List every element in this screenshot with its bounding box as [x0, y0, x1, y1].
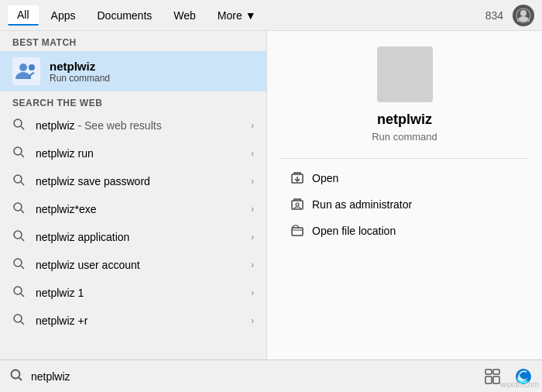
- svg-line-16: [21, 266, 24, 269]
- action-open-file-location[interactable]: Open file location: [283, 218, 527, 244]
- search-icon-1: [12, 146, 28, 161]
- action-open-label: Open: [312, 172, 338, 184]
- search-icon-3: [12, 201, 28, 217]
- app-actions: Open Run as administrator: [267, 165, 542, 244]
- nav-item-apps[interactable]: Apps: [42, 6, 85, 25]
- svg-line-10: [21, 182, 24, 185]
- nav-item-web[interactable]: Web: [164, 6, 205, 25]
- web-items-list: netplwiz - See web results › netplwiz ru…: [0, 112, 266, 359]
- top-nav-bar: All Apps Documents Web More ▼ 834: [0, 0, 542, 31]
- search-icon-2: [12, 174, 28, 189]
- user-avatar[interactable]: [513, 5, 534, 26]
- search-icon-5: [12, 257, 28, 273]
- web-item-text-6: netplwiz 1: [36, 287, 243, 299]
- left-panel: Best match netplwiz Run command Search t…: [0, 31, 267, 359]
- action-run-admin-label: Run as administrator: [312, 198, 412, 211]
- svg-line-20: [21, 322, 24, 325]
- web-item-2[interactable]: netplwiz save password ›: [0, 167, 266, 195]
- web-item-text-2: netplwiz save password: [36, 175, 243, 187]
- svg-line-27: [19, 378, 22, 381]
- web-item-text-4: netplwiz application: [36, 231, 243, 243]
- app-title: netplwiz: [377, 112, 432, 128]
- web-item-text-0: netplwiz - See web results: [36, 119, 243, 132]
- svg-rect-29: [493, 370, 499, 374]
- search-icon-7: [12, 313, 28, 328]
- svg-rect-23: [292, 201, 303, 209]
- svg-line-12: [21, 210, 24, 213]
- svg-point-24: [296, 203, 299, 206]
- svg-line-14: [21, 238, 24, 241]
- action-open-file-label: Open file location: [312, 225, 396, 237]
- svg-rect-2: [12, 57, 40, 85]
- web-item-5[interactable]: netplwiz user account ›: [0, 251, 266, 279]
- search-icon-6: [12, 285, 28, 301]
- chevron-right-icon-3: ›: [251, 204, 254, 215]
- svg-point-9: [14, 175, 22, 183]
- run-as-admin-icon: [290, 198, 304, 211]
- web-item-text-3: netplwiz*exe: [36, 203, 243, 215]
- svg-point-0: [520, 10, 527, 16]
- nav-item-all[interactable]: All: [8, 5, 39, 26]
- svg-rect-30: [485, 377, 492, 383]
- chevron-right-icon-7: ›: [251, 315, 254, 326]
- chevron-down-icon: ▼: [245, 9, 256, 22]
- svg-point-13: [14, 231, 22, 239]
- svg-point-19: [14, 315, 22, 322]
- svg-rect-31: [493, 377, 499, 383]
- svg-line-8: [21, 154, 24, 157]
- chevron-right-icon-2: ›: [251, 176, 254, 187]
- best-match-text: netplwiz Run command: [50, 60, 110, 84]
- search-icon-0: [12, 118, 28, 133]
- best-match-title: netplwiz: [50, 60, 110, 73]
- main-content: Best match netplwiz Run command Search t…: [0, 31, 542, 359]
- task-view-icon[interactable]: [483, 367, 502, 386]
- best-match-label: Best match: [0, 31, 266, 51]
- netplwiz-icon: [12, 57, 40, 85]
- chevron-right-icon-6: ›: [251, 287, 254, 298]
- svg-point-7: [14, 147, 22, 155]
- app-icon-large: [377, 46, 433, 102]
- best-match-subtitle: Run command: [50, 73, 110, 84]
- search-icon-4: [12, 229, 28, 245]
- svg-point-17: [14, 287, 22, 294]
- open-file-location-icon: [290, 224, 304, 238]
- svg-point-11: [14, 203, 22, 211]
- search-input[interactable]: [31, 370, 286, 383]
- web-item-3[interactable]: netplwiz*exe ›: [0, 195, 266, 223]
- open-icon: [290, 171, 304, 185]
- chevron-right-icon-5: ›: [251, 260, 254, 270]
- search-icon-bottom: [9, 368, 23, 384]
- svg-point-5: [14, 119, 22, 127]
- chevron-right-icon-0: ›: [251, 120, 254, 131]
- chevron-right-icon-4: ›: [251, 232, 254, 242]
- svg-line-6: [21, 126, 24, 129]
- web-item-text-1: netplwiz run: [36, 147, 243, 160]
- web-item-1[interactable]: netplwiz run ›: [0, 139, 266, 167]
- web-item-0[interactable]: netplwiz - See web results ›: [0, 112, 266, 139]
- svg-point-4: [29, 64, 35, 70]
- svg-point-3: [19, 64, 27, 71]
- svg-point-15: [14, 259, 22, 266]
- svg-rect-28: [485, 370, 492, 374]
- web-item-6[interactable]: netplwiz 1 ›: [0, 279, 266, 307]
- svg-line-18: [21, 294, 24, 297]
- web-item-4[interactable]: netplwiz application ›: [0, 223, 266, 251]
- action-open[interactable]: Open: [283, 165, 527, 191]
- search-bar: [0, 359, 542, 392]
- web-item-text-7: netplwiz +r: [36, 315, 243, 327]
- nav-item-documents[interactable]: Documents: [87, 6, 161, 25]
- svg-rect-25: [292, 228, 303, 236]
- web-section-label: Search the web: [0, 91, 266, 112]
- right-panel: netplwiz Run command Open: [267, 31, 542, 359]
- web-item-7[interactable]: netplwiz +r ›: [0, 307, 266, 335]
- app-divider: [281, 158, 529, 159]
- result-count: 834: [485, 9, 503, 22]
- web-item-text-5: netplwiz user account: [36, 259, 243, 271]
- best-match-item[interactable]: netplwiz Run command: [0, 51, 266, 91]
- chevron-right-icon-1: ›: [251, 148, 254, 159]
- svg-point-26: [12, 370, 20, 379]
- app-type-label: Run command: [372, 131, 437, 143]
- nav-item-more[interactable]: More ▼: [208, 6, 266, 25]
- action-run-as-admin[interactable]: Run as administrator: [283, 191, 527, 218]
- watermark: wsxdn.com: [500, 380, 539, 389]
